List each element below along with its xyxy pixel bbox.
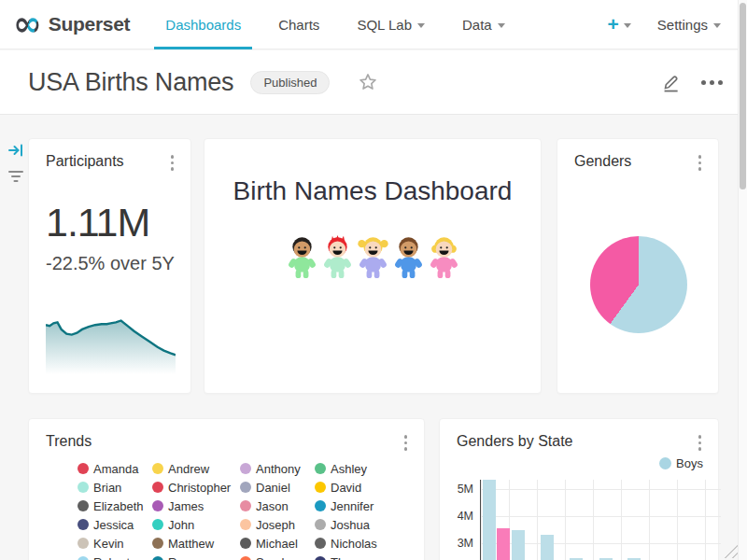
legend-item[interactable]: Joseph	[240, 518, 315, 532]
scrollbar-thumb[interactable]	[740, 3, 746, 189]
legend-item[interactable]: Ryan	[152, 555, 240, 560]
legend-item[interactable]: Ashley	[315, 462, 397, 476]
legend-item[interactable]: Brian	[78, 481, 152, 495]
legend-item[interactable]: Andrew	[152, 462, 240, 476]
kebab-menu-icon[interactable]	[695, 432, 706, 454]
expand-filter-bar-icon[interactable]	[7, 142, 24, 162]
legend-dot	[152, 519, 163, 530]
superset-logo-icon: ∞	[13, 6, 42, 43]
more-actions-icon[interactable]	[701, 80, 723, 85]
chevron-down-icon	[624, 23, 631, 28]
legend-item[interactable]: Robert	[78, 555, 152, 560]
legend-item[interactable]: Christopher	[152, 481, 240, 495]
legend-item[interactable]: Joshua	[315, 518, 397, 532]
big-number-subheader: -22.5% over 5Y	[46, 253, 190, 274]
legend-dot	[240, 556, 251, 560]
nav-item-dashboards[interactable]: Dashboards	[154, 0, 252, 49]
genders-pie-chart[interactable]	[590, 236, 687, 333]
kebab-menu-icon[interactable]	[167, 152, 178, 174]
kid-figure	[285, 234, 319, 279]
legend-dot	[315, 463, 326, 474]
legend-label: Elizabeth	[93, 499, 143, 513]
state-chart-legend: Boys	[659, 456, 703, 470]
new-item-button[interactable]: +	[608, 15, 631, 34]
favorite-star-icon[interactable]	[358, 72, 378, 92]
legend-label: Brian	[93, 481, 121, 495]
nav-item-charts[interactable]: Charts	[267, 0, 331, 49]
genders-card: Genders	[557, 138, 719, 394]
legend-label: Nicholas	[331, 537, 377, 551]
legend-dot	[240, 519, 251, 530]
legend-dot	[78, 500, 89, 511]
big-number-value: 1.11M	[46, 200, 190, 245]
legend-dot	[240, 482, 251, 493]
legend-dot	[315, 556, 326, 560]
legend-label: Joseph	[256, 518, 295, 532]
legend-dot	[78, 463, 89, 474]
legend-item[interactable]: James	[152, 499, 240, 513]
superset-logo-text: Superset	[49, 13, 130, 35]
legend-item[interactable]: Amanda	[78, 462, 152, 476]
bar-boys[interactable]	[483, 480, 496, 560]
legend-label: Sarah	[256, 555, 289, 560]
legend-dot	[152, 482, 163, 493]
legend-item[interactable]: Nicholas	[315, 537, 397, 551]
legend-label: Anthony	[256, 462, 301, 476]
edit-dashboard-icon[interactable]	[661, 73, 681, 92]
legend-item[interactable]: Anthony	[240, 462, 315, 476]
headline-markdown-card: Birth Names Dashboard	[204, 138, 542, 394]
legend-item[interactable]: Elizabeth	[78, 499, 152, 513]
kebab-menu-icon[interactable]	[401, 432, 412, 454]
legend-dot	[152, 538, 163, 549]
genders-by-state-card: Genders by State Boys 5M 4M 3M	[439, 418, 719, 560]
legend-item[interactable]: Boys	[659, 456, 703, 470]
legend-label: David	[331, 481, 361, 495]
y-axis-tick: 4M	[447, 510, 473, 523]
kid-figure	[320, 234, 355, 279]
legend-item[interactable]: David	[315, 481, 397, 495]
page-scrollbar[interactable]	[738, 0, 747, 560]
legend-label: Andrew	[168, 462, 209, 476]
legend-dot	[78, 556, 89, 560]
legend-label: Robert	[93, 555, 130, 560]
filter-icon[interactable]	[7, 169, 24, 188]
legend-label: James	[168, 499, 204, 513]
legend-item[interactable]: Thomas	[315, 555, 397, 560]
legend-dot	[78, 519, 89, 530]
legend-label: Thomas	[331, 555, 374, 560]
legend-item[interactable]: Jason	[240, 499, 315, 513]
legend-dot	[315, 500, 326, 511]
legend-dot	[152, 500, 163, 511]
legend-label: Boys	[676, 456, 703, 470]
card-title: Participants	[46, 152, 124, 171]
legend-dot	[78, 482, 89, 493]
legend-item[interactable]: Jessica	[78, 518, 152, 532]
legend-item[interactable]: Matthew	[152, 537, 240, 551]
legend-item[interactable]: Sarah	[240, 555, 315, 560]
legend-label: John	[168, 518, 194, 532]
y-axis-tick: 5M	[447, 483, 473, 496]
legend-label: Ryan	[168, 555, 196, 560]
status-badge[interactable]: Published	[250, 71, 330, 94]
bar-boys[interactable]	[512, 530, 525, 560]
legend-item[interactable]: Kevin	[78, 537, 152, 551]
legend-item[interactable]: Daniel	[240, 481, 315, 495]
nav-item-sql-lab[interactable]: SQL Lab	[345, 0, 436, 49]
kid-figure	[356, 234, 390, 279]
top-navbar: ∞ Superset Dashboards Charts SQL Lab Dat…	[0, 0, 747, 49]
nav-item-data[interactable]: Data	[451, 0, 516, 49]
legend-label: Jason	[256, 499, 289, 513]
legend-label: Kevin	[93, 537, 124, 551]
kebab-menu-icon[interactable]	[695, 152, 706, 174]
participants-sparkline-chart[interactable]	[46, 313, 176, 374]
bar-boys[interactable]	[541, 535, 554, 560]
legend-dot	[315, 482, 326, 493]
superset-logo[interactable]: ∞ Superset	[13, 6, 130, 43]
legend-label: Christopher	[168, 481, 231, 495]
legend-item[interactable]: Michael	[240, 537, 315, 551]
legend-item[interactable]: John	[152, 518, 240, 532]
bar-girls[interactable]	[497, 528, 510, 560]
legend-item[interactable]: Jennifer	[315, 499, 397, 513]
dashboard-header: USA Births Names Published	[0, 50, 747, 115]
settings-menu[interactable]: Settings	[657, 17, 721, 33]
